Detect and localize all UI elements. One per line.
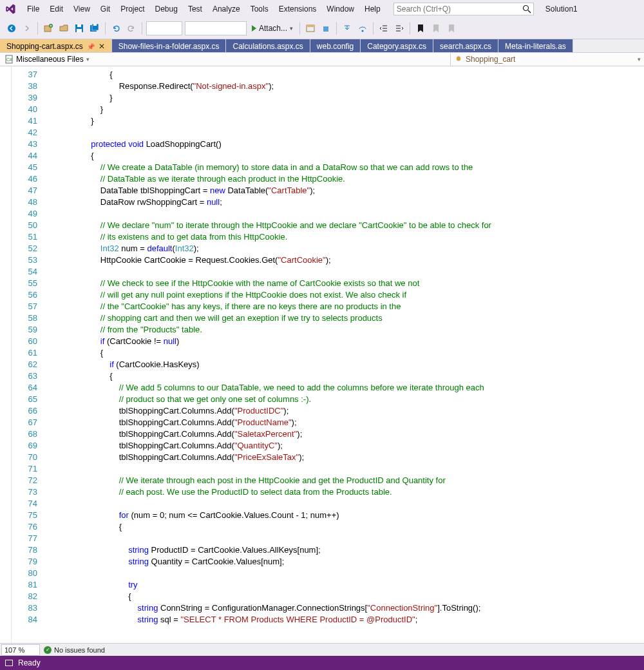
code-area[interactable]: { Response.Redirect("Not-signed-in.aspx"… bbox=[63, 66, 644, 659]
visual-studio-icon bbox=[4, 3, 17, 15]
menu-help[interactable]: Help bbox=[365, 5, 381, 14]
svg-point-0 bbox=[523, 6, 528, 11]
publish-button[interactable] bbox=[319, 21, 333, 35]
document-tab[interactable]: Category.aspx.cs bbox=[361, 39, 433, 52]
bookmark-button[interactable] bbox=[413, 21, 428, 35]
indent-less-button[interactable] bbox=[377, 21, 391, 35]
menu-bar: FileEditViewGitProjectDebugTestAnalyzeTo… bbox=[0, 0, 644, 18]
nav-back-button[interactable] bbox=[5, 21, 19, 35]
document-tab[interactable]: Calculations.aspx.cs bbox=[226, 39, 310, 52]
menu-edit[interactable]: Edit bbox=[50, 5, 63, 14]
menu-tools[interactable]: Tools bbox=[251, 5, 269, 14]
type-dropdown[interactable]: Shopping_cart ▾ bbox=[451, 53, 644, 66]
svg-rect-13 bbox=[323, 26, 328, 32]
config-dropdown[interactable] bbox=[146, 21, 182, 35]
toolbar: Attach...▾ bbox=[0, 18, 644, 39]
menu-git[interactable]: Git bbox=[100, 5, 110, 14]
search-box[interactable] bbox=[393, 3, 534, 15]
svg-text:C#: C# bbox=[6, 57, 12, 62]
next-bookmark-button[interactable] bbox=[444, 21, 459, 35]
pin-icon[interactable]: 📌 bbox=[87, 43, 95, 50]
status-text: Ready bbox=[18, 658, 41, 667]
editor-status-strip: 107 % ✓ No issues found bbox=[0, 643, 644, 656]
platform-dropdown[interactable] bbox=[185, 21, 247, 35]
error-indicator[interactable]: ✓ No issues found bbox=[44, 646, 105, 654]
svg-rect-12 bbox=[307, 25, 314, 27]
document-tabs: Shopping-cart.aspx.cs📌✕Show-files-in-a-f… bbox=[0, 39, 644, 53]
indent-more-button[interactable] bbox=[392, 21, 406, 35]
nav-fwd-button[interactable] bbox=[20, 21, 34, 35]
menu-view[interactable]: View bbox=[73, 5, 90, 14]
code-editor[interactable]: 3738394041424344454647484950515253545556… bbox=[0, 66, 644, 659]
step-into-button[interactable] bbox=[340, 21, 354, 35]
check-icon: ✓ bbox=[44, 646, 52, 654]
status-bar: Ready bbox=[0, 656, 644, 670]
class-icon bbox=[454, 55, 463, 64]
menu-analyze[interactable]: Analyze bbox=[213, 5, 240, 14]
window-mgmt-icon[interactable] bbox=[5, 660, 13, 666]
attach-button[interactable]: Attach...▾ bbox=[249, 21, 296, 35]
menu-project[interactable]: Project bbox=[120, 5, 144, 14]
menu-extensions[interactable]: Extensions bbox=[279, 5, 317, 14]
redo-button[interactable] bbox=[124, 21, 138, 35]
menu-window[interactable]: Window bbox=[327, 5, 354, 14]
menu-debug[interactable]: Debug bbox=[155, 5, 178, 14]
save-all-button[interactable] bbox=[88, 21, 102, 35]
new-project-button[interactable] bbox=[41, 21, 55, 35]
svg-point-2 bbox=[8, 24, 15, 32]
save-button[interactable] bbox=[72, 21, 86, 35]
menu-file[interactable]: File bbox=[27, 5, 39, 14]
open-button[interactable] bbox=[57, 21, 71, 35]
navigation-bar: C# Miscellaneous Files ▾ Shopping_cart ▾ bbox=[0, 53, 644, 66]
browser-link-button[interactable] bbox=[303, 21, 317, 35]
document-tab[interactable]: web.config bbox=[310, 39, 361, 52]
document-tab[interactable]: search.aspx.cs bbox=[433, 39, 498, 52]
project-dropdown[interactable]: C# Miscellaneous Files ▾ bbox=[1, 53, 207, 66]
document-tab[interactable]: Shopping-cart.aspx.cs📌✕ bbox=[0, 39, 112, 52]
zoom-dropdown[interactable]: 107 % bbox=[1, 644, 40, 656]
svg-rect-6 bbox=[77, 24, 81, 27]
csharp-file-icon: C# bbox=[5, 55, 14, 64]
outline-margin bbox=[44, 66, 63, 659]
svg-rect-7 bbox=[77, 29, 82, 32]
document-tab[interactable]: Show-files-in-a-folder.aspx.cs bbox=[112, 39, 227, 52]
solution-name: Solution1 bbox=[545, 5, 578, 14]
svg-rect-10 bbox=[93, 24, 97, 26]
prev-bookmark-button[interactable] bbox=[429, 21, 443, 35]
line-numbers: 3738394041424344454647484950515253545556… bbox=[12, 66, 44, 659]
svg-line-1 bbox=[528, 10, 531, 13]
search-input[interactable] bbox=[394, 3, 533, 15]
undo-button[interactable] bbox=[109, 21, 123, 35]
menu-test[interactable]: Test bbox=[188, 5, 202, 14]
close-icon[interactable]: ✕ bbox=[99, 42, 105, 51]
glyph-margin bbox=[0, 66, 12, 659]
svg-point-14 bbox=[362, 30, 364, 32]
step-over-button[interactable] bbox=[355, 21, 370, 35]
document-tab[interactable]: Meta-in-literals.as bbox=[498, 39, 573, 52]
search-icon[interactable] bbox=[522, 4, 532, 14]
